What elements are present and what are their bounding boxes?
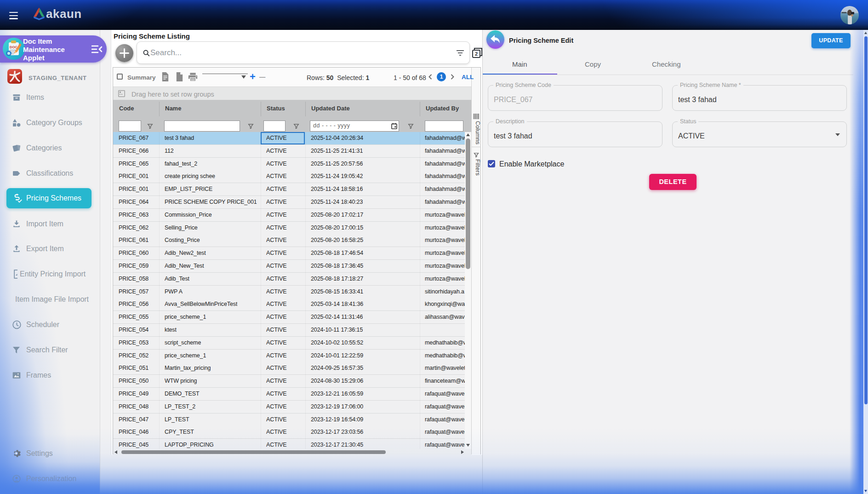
svg-text:2: 2 — [475, 51, 478, 57]
